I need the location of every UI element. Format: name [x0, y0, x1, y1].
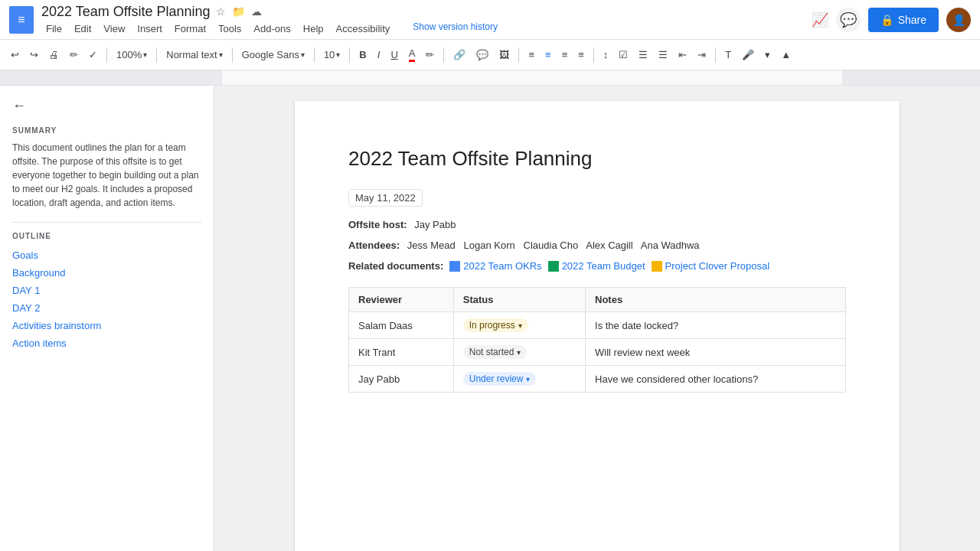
- status-cell: Under review ▾: [453, 366, 585, 393]
- review-table: Reviewer Status Notes Salam Daas In prog…: [348, 287, 846, 393]
- font-select[interactable]: Google Sans ▾: [237, 46, 309, 64]
- sep8: [593, 47, 594, 63]
- style-select[interactable]: Normal text ▾: [162, 46, 227, 64]
- attendees-label: Attendees:: [348, 240, 400, 251]
- status-label: Not started: [469, 347, 514, 357]
- line-spacing-button[interactable]: ↕: [599, 46, 613, 64]
- share-lock-icon: 🔒: [880, 14, 893, 26]
- menu-insert[interactable]: Insert: [132, 21, 167, 36]
- status-badge-under-review[interactable]: Under review ▾: [463, 372, 537, 386]
- outline-item-activities[interactable]: Activities brainstorm: [12, 317, 201, 334]
- user-avatar[interactable]: 👤: [946, 8, 971, 32]
- menu-help[interactable]: Help: [299, 21, 328, 36]
- image-button[interactable]: 🖼: [495, 46, 514, 64]
- budget-label: 2022 Team Budget: [562, 260, 645, 272]
- offsite-host-field: Offsite host: Jay Pabb: [348, 219, 846, 230]
- redo-button[interactable]: ↪: [25, 46, 43, 64]
- align-left-button[interactable]: ≡: [524, 46, 539, 64]
- sidebar-divider: [12, 222, 201, 223]
- style-value: Normal text: [166, 49, 217, 60]
- toolbar: ↩ ↪ 🖨 ✏ ✓ 100% ▾ Normal text ▾ Google Sa…: [0, 40, 980, 70]
- font-arrow: ▾: [301, 51, 305, 59]
- menu-file[interactable]: File: [41, 21, 67, 36]
- zoom-select[interactable]: 100% ▾: [112, 46, 152, 64]
- folder-icon[interactable]: 📁: [232, 5, 245, 18]
- cloud-icon[interactable]: ☁: [251, 5, 262, 18]
- outline-item-action-items[interactable]: Action items: [12, 334, 201, 352]
- font-size-select[interactable]: 10 ▾: [319, 46, 345, 64]
- title-area: 2022 Team Offsite Planning ☆ 📁 ☁ File Ed…: [41, 4, 804, 36]
- clover-icon: [652, 261, 662, 272]
- align-justify-button[interactable]: ≡: [573, 46, 589, 64]
- notes-cell: Will review next week: [586, 339, 846, 366]
- col-notes: Notes: [586, 288, 846, 312]
- google-docs-icon: [9, 6, 34, 34]
- collapse-toolbar-button[interactable]: ▲: [776, 46, 795, 64]
- menu-accessibility[interactable]: Accessibility: [332, 21, 395, 36]
- outline-item-day2[interactable]: DAY 2: [12, 299, 201, 317]
- menu-view[interactable]: View: [99, 21, 129, 36]
- outline-item-day1[interactable]: DAY 1: [12, 282, 201, 299]
- col-status: Status: [453, 288, 585, 312]
- undo-button[interactable]: ↩: [6, 46, 24, 64]
- menu-format[interactable]: Format: [170, 21, 211, 36]
- clover-label: Project Clover Proposal: [665, 260, 770, 272]
- notes-cell: Have we considered other locations?: [586, 366, 846, 393]
- clear-format-button[interactable]: T: [720, 46, 736, 64]
- version-history-link[interactable]: Show version history: [413, 21, 498, 36]
- notes-cell: Is the date locked?: [586, 312, 846, 339]
- summary-text: This document outlines the plan for a te…: [12, 141, 201, 210]
- offsite-host-label: Offsite host:: [348, 219, 407, 230]
- align-right-button[interactable]: ≡: [557, 46, 573, 64]
- checklist-button[interactable]: ☑: [614, 46, 632, 64]
- trending-icon[interactable]: 📈: [812, 11, 828, 28]
- sep4: [314, 47, 315, 63]
- font-color-button[interactable]: A: [404, 44, 420, 65]
- underline-button[interactable]: U: [386, 46, 402, 64]
- comment-icon[interactable]: 💬: [836, 8, 861, 32]
- outline-item-goals[interactable]: Goals: [12, 246, 201, 264]
- link-button[interactable]: 🔗: [449, 46, 470, 64]
- sep3: [232, 47, 233, 63]
- italic-button[interactable]: I: [373, 46, 385, 64]
- indent-more-button[interactable]: ⇥: [693, 46, 710, 64]
- status-badge-in-progress[interactable]: In progress ▾: [463, 318, 528, 332]
- comment-toolbar-button[interactable]: 💬: [472, 46, 493, 64]
- document-area: 2022 Team Offsite Planning May 11, 2022 …: [214, 86, 980, 551]
- paint-format-button[interactable]: ✏: [65, 46, 83, 64]
- bullet-list-button[interactable]: ☰: [634, 46, 652, 64]
- back-button[interactable]: ←: [12, 98, 201, 114]
- share-button[interactable]: 🔒 Share: [868, 8, 939, 32]
- budget-icon: [548, 261, 559, 272]
- spellcheck-button[interactable]: ✓: [84, 46, 102, 64]
- document-page: 2022 Team Offsite Planning May 11, 2022 …: [295, 101, 900, 551]
- status-badge-not-started[interactable]: Not started ▾: [463, 345, 528, 359]
- bookmark-icon[interactable]: ☆: [216, 5, 226, 18]
- status-cell: In progress ▾: [453, 312, 585, 339]
- table-row: Salam Daas In progress ▾ Is the date loc…: [349, 312, 846, 339]
- highlight-button[interactable]: ✏: [421, 46, 439, 64]
- outline-section-title: OUTLINE: [12, 232, 201, 240]
- align-center-button[interactable]: ≡: [541, 46, 556, 64]
- related-doc-okrs[interactable]: 2022 Team OKRs: [449, 260, 541, 272]
- menu-tools[interactable]: Tools: [214, 21, 246, 36]
- indent-less-button[interactable]: ⇤: [674, 46, 691, 64]
- bold-button[interactable]: B: [354, 46, 371, 64]
- summary-section-title: SUMMARY: [12, 126, 201, 135]
- menu-edit[interactable]: Edit: [70, 21, 96, 36]
- ruler-background: [0, 70, 980, 85]
- more-options-button[interactable]: ▾: [760, 46, 775, 64]
- share-label: Share: [898, 14, 926, 26]
- print-button[interactable]: 🖨: [44, 46, 64, 64]
- outline-item-background[interactable]: Background: [12, 264, 201, 282]
- related-doc-clover[interactable]: Project Clover Proposal: [652, 260, 770, 272]
- col-reviewer: Reviewer: [349, 288, 454, 312]
- numbered-list-button[interactable]: ☰: [654, 46, 672, 64]
- menu-addons[interactable]: Add-ons: [249, 21, 295, 36]
- related-doc-budget[interactable]: 2022 Team Budget: [548, 260, 645, 272]
- sep2: [156, 47, 157, 63]
- reviewer-name: Kit Trant: [349, 339, 454, 366]
- document-date[interactable]: May 11, 2022: [348, 189, 423, 207]
- voice-input-button[interactable]: 🎤: [737, 46, 759, 64]
- table-body: Salam Daas In progress ▾ Is the date loc…: [349, 312, 846, 393]
